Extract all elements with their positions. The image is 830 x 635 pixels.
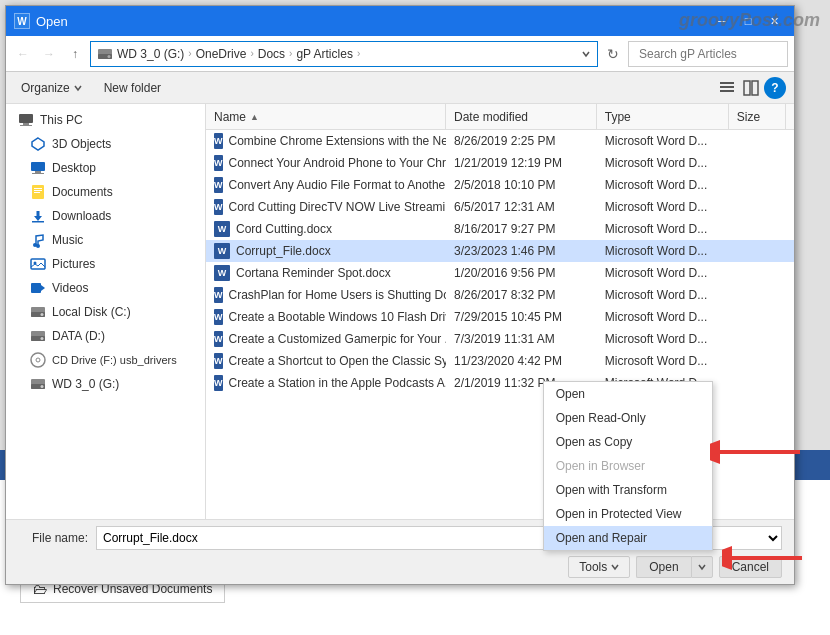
menu-item-open[interactable]: Open — [544, 382, 712, 406]
app-icon: W — [14, 13, 30, 29]
column-header-date[interactable]: Date modified — [446, 104, 597, 129]
refresh-button[interactable]: ↻ — [602, 43, 624, 65]
table-row[interactable]: W Cortana Reminder Spot.docx 1/20/2016 9… — [206, 262, 794, 284]
table-row[interactable]: W Create a Customized Gamerpic for Your … — [206, 328, 794, 350]
word-file-icon: W — [214, 221, 230, 237]
svg-point-23 — [36, 244, 40, 248]
word-file-icon: W — [214, 331, 223, 347]
filename-label: File name: — [18, 531, 88, 545]
sidebar: This PC 3D Objects Deskt — [6, 104, 206, 519]
sidebar-item-downloads[interactable]: Downloads — [6, 204, 205, 228]
panel-view-button[interactable] — [740, 77, 762, 99]
column-header-type[interactable]: Type — [597, 104, 729, 129]
svg-point-30 — [41, 313, 44, 316]
menu-item-open-readonly[interactable]: Open Read-Only — [544, 406, 712, 430]
data-d-icon — [30, 328, 46, 344]
pictures-icon — [30, 256, 46, 272]
tools-dropdown-icon — [611, 563, 619, 571]
svg-rect-11 — [23, 123, 29, 125]
word-file-icon: W — [214, 375, 223, 391]
filename-input[interactable] — [96, 526, 614, 550]
sidebar-item-wd-30-g[interactable]: WD 3_0 (G:) — [6, 372, 205, 396]
svg-point-38 — [41, 385, 44, 388]
svg-rect-14 — [31, 162, 45, 171]
word-file-icon: W — [214, 287, 223, 303]
table-row[interactable]: W Convert Any Audio File Format to Anoth… — [206, 174, 794, 196]
table-row[interactable]: W Cord Cutting.docx 8/16/2017 9:27 PM Mi… — [206, 218, 794, 240]
table-row[interactable]: W Create a Shortcut to Open the Classic … — [206, 350, 794, 372]
svg-rect-5 — [720, 82, 734, 84]
table-row[interactable]: W Corrupt_File.docx 3/23/2023 1:46 PM Mi… — [206, 240, 794, 262]
sidebar-item-pictures[interactable]: Pictures — [6, 252, 205, 276]
desktop-icon — [30, 160, 46, 176]
address-path[interactable]: WD 3_0 (G:) › OneDrive › Docs › gP Artic… — [90, 41, 598, 67]
sidebar-item-documents[interactable]: Documents — [6, 180, 205, 204]
address-bar: ← → ↑ WD 3_0 (G:) › OneDrive › Docs › gP… — [6, 36, 794, 72]
sidebar-item-this-pc[interactable]: This PC — [6, 108, 205, 132]
tools-button[interactable]: Tools — [568, 556, 630, 578]
sidebar-item-music[interactable]: Music — [6, 228, 205, 252]
svg-point-2 — [108, 55, 111, 58]
new-folder-button[interactable]: New folder — [97, 78, 168, 98]
videos-icon — [30, 280, 46, 296]
watermark: groovyPost.com — [679, 10, 820, 31]
view-controls: ? — [716, 77, 786, 99]
open-main-button[interactable]: Open — [636, 556, 690, 578]
sidebar-item-local-disk-c[interactable]: Local Disk (C:) — [6, 300, 205, 324]
organize-button[interactable]: Organize — [14, 78, 89, 98]
arrow-to-open-and-repair — [722, 545, 812, 574]
table-row[interactable]: W Combine Chrome Extensions with the Ne.… — [206, 130, 794, 152]
search-input[interactable] — [639, 47, 789, 61]
svg-rect-16 — [32, 173, 44, 174]
svg-rect-9 — [752, 81, 758, 95]
list-view-button[interactable] — [716, 77, 738, 99]
panel-view-icon — [743, 80, 759, 96]
wd-30-g-icon — [30, 376, 46, 392]
svg-point-35 — [36, 358, 40, 362]
column-header-name[interactable]: Name ▲ — [206, 104, 446, 129]
svg-rect-7 — [720, 90, 734, 92]
path-dropdown-icon[interactable] — [581, 47, 591, 61]
svg-rect-6 — [720, 86, 734, 88]
svg-rect-15 — [35, 171, 41, 173]
3d-objects-icon — [30, 136, 46, 152]
toolbar: Organize New folder ? — [6, 72, 794, 104]
svg-rect-19 — [34, 190, 42, 191]
forward-button[interactable]: → — [38, 43, 60, 65]
table-row[interactable]: W CrashPlan for Home Users is Shutting D… — [206, 284, 794, 306]
sidebar-item-cd-drive-f[interactable]: CD Drive (F:) usb_drivers — [6, 348, 205, 372]
sidebar-item-data-d[interactable]: DATA (D:) — [6, 324, 205, 348]
svg-point-33 — [41, 337, 44, 340]
table-row[interactable]: W Create a Bootable Windows 10 Flash Dri… — [206, 306, 794, 328]
menu-item-open-repair[interactable]: Open and Repair — [544, 526, 712, 550]
word-file-icon: W — [214, 177, 223, 193]
svg-rect-10 — [19, 114, 33, 123]
svg-marker-13 — [32, 138, 44, 150]
sidebar-item-videos[interactable]: Videos — [6, 276, 205, 300]
word-file-icon: W — [214, 243, 230, 259]
sidebar-item-3d-objects[interactable]: 3D Objects — [6, 132, 205, 156]
menu-item-open-protected[interactable]: Open in Protected View — [544, 502, 712, 526]
table-row[interactable]: W Cord Cutting DirecTV NOW Live Streamin… — [206, 196, 794, 218]
sort-arrow-name: ▲ — [250, 112, 259, 122]
arrow-to-dropdown-button — [710, 437, 810, 470]
menu-item-open-transform[interactable]: Open with Transform — [544, 478, 712, 502]
open-dropdown-icon — [698, 563, 706, 571]
table-row[interactable]: W Connect Your Android Phone to Your Chr… — [206, 152, 794, 174]
up-button[interactable]: ↑ — [64, 43, 86, 65]
sidebar-item-desktop[interactable]: Desktop — [6, 156, 205, 180]
path-part-onedrive: OneDrive — [196, 47, 247, 61]
open-dropdown-button[interactable] — [691, 556, 713, 578]
help-button[interactable]: ? — [764, 77, 786, 99]
dialog-titlebar: W Open ─ □ ✕ — [6, 6, 794, 36]
word-file-icon: W — [214, 309, 223, 325]
svg-rect-26 — [31, 283, 41, 293]
menu-item-open-copy[interactable]: Open as Copy — [544, 430, 712, 454]
column-header-size[interactable]: Size — [729, 104, 786, 129]
back-button[interactable]: ← — [12, 43, 34, 65]
word-file-icon: W — [214, 199, 223, 215]
svg-rect-8 — [744, 81, 750, 95]
organize-dropdown-icon — [74, 84, 82, 92]
bottom-bar: File name: All Files (*.*) Tools Open — [6, 519, 794, 584]
open-button-group: Open Open Open Read-Only Open as Copy Op… — [636, 556, 712, 578]
